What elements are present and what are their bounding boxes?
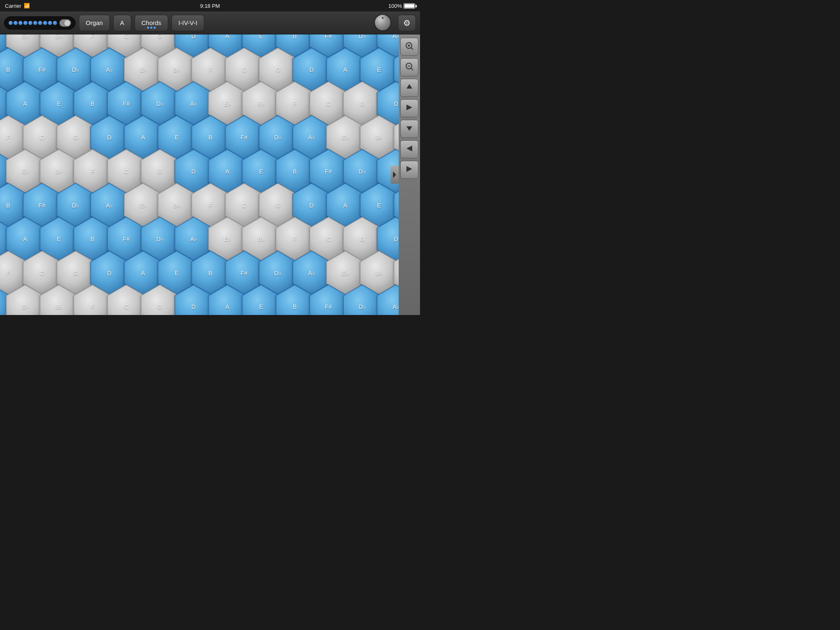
scroll-right2-button[interactable] — [400, 161, 418, 179]
chords-dots — [147, 27, 155, 29]
scroll-left-button[interactable] — [400, 140, 418, 158]
battery-icon — [404, 3, 415, 9]
chords-label: Chords — [142, 19, 161, 26]
dot-2 — [150, 27, 152, 29]
svg-marker-7 — [406, 84, 412, 89]
side-panel — [399, 34, 420, 315]
arrow-left-icon — [405, 144, 413, 155]
panel-toggle-tab[interactable] — [390, 166, 399, 184]
svg-marker-11 — [406, 166, 412, 172]
arrow-right-icon — [405, 103, 413, 114]
zoom-out-icon — [405, 62, 414, 73]
led-10 — [53, 21, 57, 25]
svg-marker-8 — [406, 105, 412, 110]
led-9 — [48, 21, 52, 25]
zoom-in-icon — [405, 41, 414, 52]
led-1 — [9, 21, 13, 25]
gear-icon: ⚙ — [403, 18, 411, 28]
led-2 — [14, 21, 18, 25]
scroll-right-button[interactable] — [400, 99, 418, 117]
status-right: 100% — [388, 3, 415, 9]
status-time: 9:18 PM — [200, 3, 220, 9]
svg-line-3 — [411, 48, 413, 50]
svg-marker-12 — [393, 171, 396, 178]
svg-marker-10 — [406, 146, 412, 151]
scroll-down-button[interactable] — [400, 120, 418, 138]
led-6 — [33, 21, 37, 25]
hex-grid-container: A♭E♭B♭FCGDAEBF#D♭A♭BF#D♭A♭E♭B♭FCGDAEBDAE… — [0, 34, 420, 315]
chords-button[interactable]: Chords — [135, 15, 168, 31]
led-3 — [18, 21, 23, 25]
status-left: Carrier 📶 — [5, 3, 30, 9]
zoom-in-button[interactable] — [400, 38, 418, 56]
led-control[interactable] — [4, 16, 75, 30]
knob-container — [374, 14, 391, 31]
dot-3 — [153, 27, 155, 29]
battery-percent: 100% — [388, 3, 402, 9]
led-7 — [38, 21, 42, 25]
toolbar: Organ A Chords I-IV-V-I ⚙ — [0, 11, 420, 34]
organ-button[interactable]: Organ — [79, 15, 110, 31]
led-4 — [23, 21, 27, 25]
progression-button[interactable]: I-IV-V-I — [171, 15, 204, 31]
volume-knob[interactable] — [374, 14, 391, 31]
led-8 — [43, 21, 47, 25]
led-5 — [28, 21, 32, 25]
wifi-icon: 📶 — [24, 3, 30, 9]
arrow-down-icon — [405, 124, 413, 134]
svg-marker-9 — [406, 126, 412, 131]
dot-1 — [147, 27, 149, 29]
svg-line-6 — [411, 68, 413, 70]
zoom-out-button[interactable] — [400, 58, 418, 76]
status-bar: Carrier 📶 9:18 PM 100% — [0, 0, 420, 11]
hex-grid-svg: A♭E♭B♭FCGDAEBF#D♭A♭BF#D♭A♭E♭B♭FCGDAEBDAE… — [0, 34, 420, 315]
scroll-up-button[interactable] — [400, 79, 418, 97]
key-button[interactable]: A — [113, 15, 131, 31]
settings-button[interactable]: ⚙ — [398, 15, 416, 31]
carrier-label: Carrier — [5, 3, 21, 9]
battery-fill — [404, 4, 414, 8]
led-toggle[interactable] — [59, 19, 71, 27]
arrow-up-icon — [405, 83, 413, 93]
arrow-right2-icon — [405, 165, 413, 175]
knob-indicator — [382, 17, 383, 19]
